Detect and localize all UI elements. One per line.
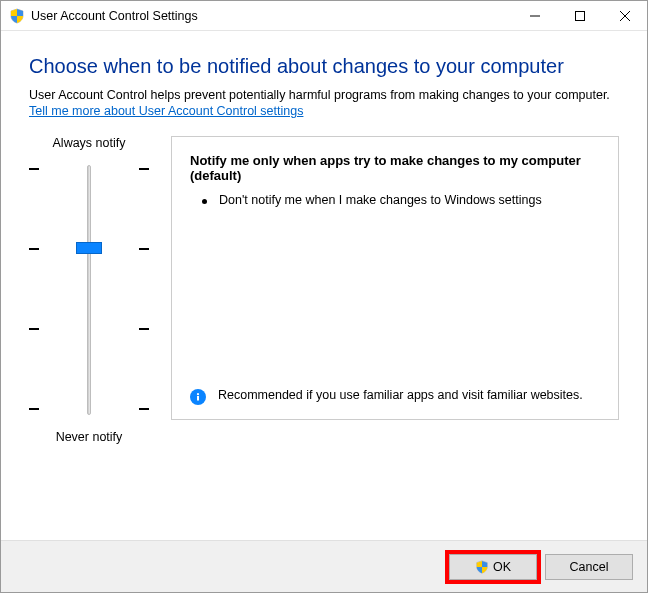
bullet-icon: [202, 199, 207, 204]
maximize-button[interactable]: [557, 1, 602, 30]
ok-button-label: OK: [493, 560, 511, 574]
page-heading: Choose when to be notified about changes…: [29, 55, 619, 78]
minimize-button[interactable]: [512, 1, 557, 30]
svg-rect-5: [197, 396, 199, 401]
notification-slider[interactable]: [29, 160, 149, 420]
cancel-button-label: Cancel: [570, 560, 609, 574]
recommendation-text: Recommended if you use familiar apps and…: [218, 388, 583, 402]
content-area: Choose when to be notified about changes…: [1, 31, 647, 540]
slider-tick: [29, 408, 149, 410]
cancel-button[interactable]: Cancel: [545, 554, 633, 580]
window-title: User Account Control Settings: [31, 9, 512, 23]
learn-more-link[interactable]: Tell me more about User Account Control …: [29, 104, 303, 118]
recommendation-row: Recommended if you use familiar apps and…: [190, 388, 600, 405]
close-button[interactable]: [602, 1, 647, 30]
slider-tick: [29, 168, 149, 170]
slider-label-top: Always notify: [53, 136, 126, 150]
body-row: Always notify Never notify Notify me onl…: [29, 136, 619, 444]
slider-tick: [29, 328, 149, 330]
footer: OK Cancel: [1, 540, 647, 592]
slider-thumb[interactable]: [76, 242, 102, 254]
uac-settings-window: User Account Control Settings Choose whe…: [0, 0, 648, 593]
titlebar: User Account Control Settings: [1, 1, 647, 31]
info-title: Notify me only when apps try to make cha…: [190, 153, 600, 183]
info-icon: [190, 389, 206, 405]
shield-icon: [9, 8, 25, 24]
ok-button[interactable]: OK: [449, 554, 537, 580]
notification-info-box: Notify me only when apps try to make cha…: [171, 136, 619, 420]
notification-slider-column: Always notify Never notify: [29, 136, 149, 444]
slider-track: [87, 165, 91, 415]
svg-point-4: [197, 393, 199, 395]
page-description: User Account Control helps prevent poten…: [29, 88, 619, 102]
info-bullet-text: Don't notify me when I make changes to W…: [219, 193, 542, 207]
info-bullet-row: Don't notify me when I make changes to W…: [202, 193, 600, 207]
slider-label-bottom: Never notify: [56, 430, 123, 444]
svg-rect-1: [575, 11, 584, 20]
shield-icon: [475, 560, 489, 574]
